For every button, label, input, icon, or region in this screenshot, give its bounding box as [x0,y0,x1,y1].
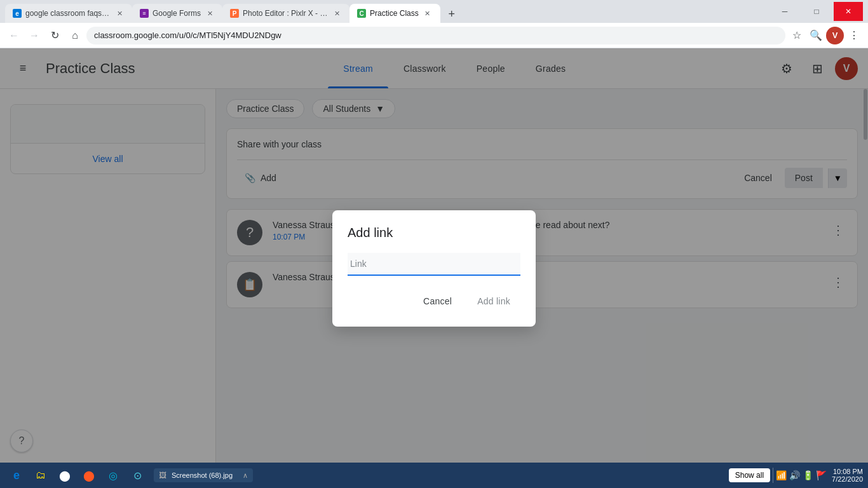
taskbar-ie[interactable]: e [5,464,28,487]
tab1-favicon: e [13,9,22,18]
browser-tab-4[interactable]: C Practice Class ✕ [349,4,440,23]
menu-icon[interactable]: ⋮ [845,27,863,44]
modal-overlay: Add link Cancel Add link [0,48,868,488]
close-button[interactable]: ✕ [834,2,863,21]
taskbar-apps: e 🗂 ⬤ ⬤ ◎ ⊙ [5,464,149,487]
tab1-title: google classroom faqs article.do [25,9,111,18]
bookmark-icon[interactable]: ☆ [788,27,806,44]
taskbar-folder[interactable]: 🗂 [29,464,52,487]
date-display: 7/22/2020 [832,475,863,483]
taskbar-expand-icon[interactable]: ∧ [243,471,248,480]
taskbar-app5[interactable]: ⊙ [126,464,149,487]
taskbar: e 🗂 ⬤ ⬤ ◎ ⊙ 🖼 Screenshot (68).jpg ∧ Show… [0,463,868,488]
time-display: 10:08 PM [832,468,863,475]
show-all-button[interactable]: Show all [729,468,770,482]
tab4-title: Practice Class [370,9,419,18]
tab4-close[interactable]: ✕ [423,8,433,18]
tab3-title: Photo Editor : Pixlr X - free imag… [243,9,328,18]
taskbar-system-icons: 📶 🔊 🔋 🚩 [776,470,827,480]
folder-icon: 🗂 [36,470,46,481]
browser-tab-2[interactable]: ≡ Google Forms ✕ [132,4,222,23]
modal-add-link-button[interactable]: Add link [467,291,520,311]
maximize-button[interactable]: □ [802,2,831,21]
home-button[interactable]: ⌂ [66,27,84,44]
file-thumbnail-icon: 🖼 [159,471,166,480]
tabs-area: e google classroom faqs article.do ✕ ≡ G… [5,0,765,23]
tab2-close[interactable]: ✕ [205,8,215,18]
link-input[interactable] [348,253,520,276]
tab4-favicon: C [357,9,366,18]
new-tab-button[interactable]: + [443,5,461,23]
tab2-title: Google Forms [153,9,201,18]
chrome2-icon: ⬤ [83,470,95,482]
search-icon[interactable]: 🔍 [807,27,825,44]
add-link-modal: Add link Cancel Add link [332,210,536,327]
flag-icon: 🚩 [816,470,827,480]
taskbar-chrome1[interactable]: ⬤ [53,464,76,487]
tab3-favicon: P [230,9,239,18]
address-bar[interactable] [86,27,785,44]
battery-icon: 🔋 [803,470,813,480]
app-container: ≡ Practice Class Stream Classwork People… [0,48,868,488]
browser-tab-3[interactable]: P Photo Editor : Pixlr X - free imag… ✕ [222,4,349,23]
modal-input-wrapper [348,253,520,276]
taskbar-file[interactable]: 🖼 Screenshot (68).jpg ∧ [154,468,253,482]
browser-profile[interactable]: V [826,27,844,44]
tab2-favicon: ≡ [140,9,149,18]
toolbar-icons: ☆ 🔍 V ⋮ [788,27,863,44]
forward-button[interactable]: → [25,27,43,44]
chrome1-icon: ⬤ [59,470,71,482]
taskbar-time: 10:08 PM 7/22/2020 [832,468,863,483]
modal-actions: Cancel Add link [348,291,520,311]
back-button[interactable]: ← [5,27,23,44]
window-controls: ─ □ ✕ [770,2,863,21]
refresh-button[interactable]: ↻ [46,27,64,44]
network-icon: 📶 [776,470,787,480]
modal-cancel-button[interactable]: Cancel [413,291,462,311]
edge-icon: ◎ [109,470,118,482]
minimize-button[interactable]: ─ [770,2,799,21]
modal-title: Add link [348,226,520,240]
app5-icon: ⊙ [133,470,142,482]
file-name: Screenshot (68).jpg [172,471,233,479]
browser-toolbar: ← → ↻ ⌂ ☆ 🔍 V ⋮ [0,23,868,48]
ie-icon: e [13,469,20,482]
taskbar-divider [773,468,773,483]
volume-icon: 🔊 [789,470,800,480]
tab3-close[interactable]: ✕ [332,8,342,18]
tab1-close[interactable]: ✕ [114,8,125,18]
browser-titlebar: e google classroom faqs article.do ✕ ≡ G… [0,0,868,23]
taskbar-edge[interactable]: ◎ [102,464,125,487]
taskbar-chrome2[interactable]: ⬤ [78,464,100,487]
browser-tab-1[interactable]: e google classroom faqs article.do ✕ [5,4,132,23]
